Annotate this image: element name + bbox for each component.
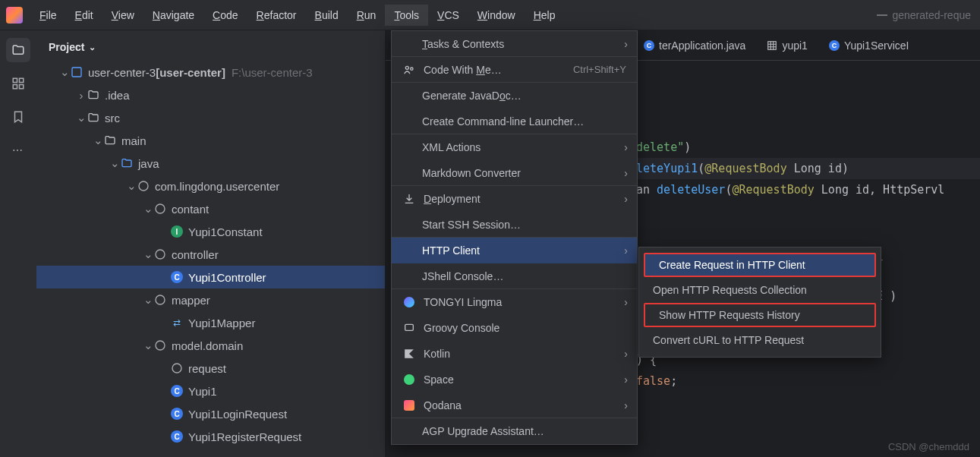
expand-arrow-icon[interactable]: ⌄ [143, 202, 153, 216]
editor-tab[interactable]: CterApplication.java [644, 39, 745, 52]
tree-node[interactable]: ⌄mapper [36, 288, 385, 311]
menu-label: Kotlin [424, 348, 450, 360]
menu-refactor[interactable]: Refactor [247, 5, 306, 26]
expand-arrow-icon[interactable]: ⌄ [93, 134, 103, 147]
menu-window[interactable]: Window [468, 5, 525, 26]
svg-point-13 [411, 68, 413, 70]
menu-edit[interactable]: Edit [66, 5, 102, 26]
tongyi-icon [402, 295, 416, 309]
project-tool-icon[interactable] [6, 38, 30, 62]
expand-arrow-icon[interactable]: ⌄ [59, 65, 70, 79]
menu-item-create-command-line-launcher[interactable]: Create Command-line Launcher… [392, 109, 637, 134]
tree-label: Yupi1RegisterRequest [188, 430, 301, 443]
menu-item-tasks-contexts[interactable]: Tasks & Contexts› [392, 31, 637, 57]
expand-arrow-icon[interactable]: ⌄ [126, 179, 137, 193]
tools-menu-dropdown: Tasks & Contexts›Code With Me…Ctrl+Shift… [391, 30, 638, 445]
tab-icon [767, 40, 777, 51]
class-icon: C [170, 407, 184, 421]
tree-node[interactable]: ⌄java [36, 152, 385, 175]
tree-label: src [105, 112, 120, 124]
structure-tool-icon[interactable] [6, 71, 30, 96]
svg-rect-4 [72, 68, 81, 77]
menu-label: TONGYI Lingma [424, 296, 502, 308]
project-tree[interactable]: ⌄user-center-3 [user-center]F:\user-cent… [36, 61, 385, 457]
tree-node[interactable]: CYupi1 [36, 380, 385, 402]
tree-node[interactable]: CYupi1Controller [36, 266, 385, 288]
svg-point-7 [156, 250, 165, 259]
tree-node[interactable]: ⌄contant [36, 197, 385, 220]
tree-node[interactable]: ›.idea [36, 84, 385, 106]
tree-node[interactable]: ⇄Yupi1Mapper [36, 311, 385, 334]
tree-label: user-center-3 [88, 66, 156, 79]
svg-point-6 [156, 204, 165, 213]
tree-node[interactable]: ⌄controller [36, 243, 385, 266]
tree-node[interactable]: ⌄com.lingdong.usercenter [36, 175, 385, 197]
menu-tools[interactable]: Tools [385, 5, 428, 26]
submenu-item-open-http-requests-collection[interactable]: Open HTTP Requests Collection [639, 278, 881, 302]
submenu-label: Show HTTP Requests History [659, 309, 800, 321]
menu-item-qodana[interactable]: Qodana› [392, 392, 637, 418]
groovy-icon [402, 321, 416, 335]
menu-item-code-with-me[interactable]: Code With Me…Ctrl+Shift+Y [392, 57, 637, 83]
class-icon: C [170, 270, 184, 284]
svg-rect-2 [13, 85, 17, 89]
tree-node[interactable]: CYupi1RegisterRequest [36, 425, 385, 448]
expand-arrow-icon[interactable]: ⌄ [143, 293, 153, 307]
expand-arrow-icon[interactable]: ⌄ [76, 111, 87, 124]
menu-navigate[interactable]: Navigate [143, 5, 203, 26]
tree-node[interactable]: IYupi1Constant [36, 220, 385, 243]
submenu-arrow-icon: › [624, 38, 628, 50]
tree-path: F:\user-center-3 [232, 66, 313, 79]
bookmarks-tool-icon[interactable] [6, 105, 30, 129]
menu-item-tongyi-lingma[interactable]: TONGYI Lingma› [392, 289, 637, 315]
menu-shortcut: Ctrl+Shift+Y [573, 64, 626, 75]
menu-item-deployment[interactable]: Deployment› [392, 186, 637, 212]
menu-item-kotlin[interactable]: Kotlin› [392, 341, 637, 367]
svg-point-5 [139, 181, 148, 191]
editor-tab[interactable]: yupi1 [767, 39, 807, 52]
expand-arrow-icon[interactable]: ⌄ [143, 247, 153, 261]
tree-node[interactable]: CYupi1LoginRequest [36, 402, 385, 425]
interface-icon: I [170, 225, 184, 238]
tab-label: yupi1 [782, 39, 807, 52]
menu-build[interactable]: Build [306, 5, 348, 26]
menu-item-generate-javadoc[interactable]: Generate JavaDoc… [392, 83, 637, 109]
submenu-item-show-http-requests-history[interactable]: Show HTTP Requests History [644, 303, 876, 327]
expand-arrow-icon[interactable]: ⌄ [143, 339, 153, 352]
menu-file[interactable]: File [30, 5, 66, 26]
submenu-item-convert-curl-to-http-request[interactable]: Convert cURL to HTTP Request [639, 328, 881, 352]
menu-item-start-ssh-session[interactable]: Start SSH Session… [392, 212, 637, 238]
menu-code[interactable]: Code [203, 5, 247, 26]
tree-label: Yupi1Mapper [188, 317, 255, 329]
more-tool-icon[interactable]: ⋯ [6, 138, 30, 162]
tree-node[interactable]: ⌄src [36, 106, 385, 129]
menu-vcs[interactable]: VCS [428, 5, 468, 26]
menu-item-markdown-converter[interactable]: Markdown Converter› [392, 160, 637, 186]
tree-node[interactable]: ⌄model.domain [36, 334, 385, 357]
editor-tab[interactable]: CYupi1ServiceI [829, 39, 909, 52]
menu-item-jshell-console[interactable]: JShell Console… [392, 263, 637, 289]
menu-run[interactable]: Run [348, 5, 386, 26]
project-panel-header[interactable]: Project ⌄ [36, 30, 385, 61]
tree-node[interactable]: ⌄main [36, 129, 385, 152]
menu-view[interactable]: View [102, 5, 143, 26]
menu-item-space[interactable]: Space› [392, 367, 637, 392]
watermark: CSDN @chemddd [888, 441, 969, 452]
deploy-icon [402, 192, 416, 206]
tree-node[interactable]: ⌄user-center-3 [user-center]F:\user-cent… [36, 61, 385, 84]
submenu-item-create-request-in-http-client[interactable]: Create Request in HTTP Client [644, 253, 876, 277]
package-icon [153, 247, 167, 261]
tab-label: terApplication.java [659, 39, 745, 52]
expand-arrow-icon[interactable]: ⌄ [109, 156, 120, 170]
expand-arrow-icon[interactable]: › [76, 89, 87, 102]
menu-item-agp-upgrade-assistant[interactable]: AGP Upgrade Assistant… [392, 418, 637, 444]
menu-help[interactable]: Help [525, 5, 565, 26]
submenu-arrow-icon: › [624, 348, 628, 360]
folder-icon [120, 156, 134, 170]
menu-item-http-client[interactable]: HTTP Client› [392, 238, 637, 263]
tree-label: main [121, 134, 147, 147]
menu-item-groovy-console[interactable]: Groovy Console [392, 315, 637, 341]
tree-node[interactable]: request [36, 357, 385, 380]
submenu-arrow-icon: › [624, 244, 628, 257]
menu-item-xml-actions[interactable]: XML Actions› [392, 134, 637, 160]
